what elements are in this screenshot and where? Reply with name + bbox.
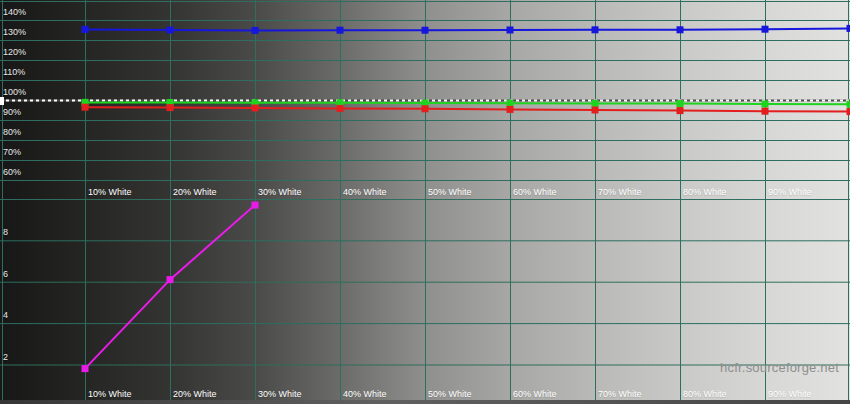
series-red-line [85,107,850,111]
x-tick-label: 40% White [343,389,387,400]
series-green-line [85,102,850,104]
series-red-marker [847,108,850,115]
x-tick-label: 20% White [173,187,217,198]
y-tick-label: 110% [3,67,25,78]
x-tick-label: 40% White [343,187,387,198]
series-green-marker [592,100,599,107]
y-tick-label: 90% [3,107,21,118]
series-blue-marker [167,27,174,34]
series-green-marker [762,101,769,108]
series-red-marker [167,104,174,111]
series-red-marker [422,105,429,112]
series-red-marker [507,106,514,113]
x-tick-label: 80% White [683,389,727,400]
series-magenta-marker [252,202,259,209]
y-tick-label: 6 [3,269,8,280]
x-tick-label: 90% White [768,389,812,400]
series-blue-marker [847,25,850,32]
series-blue-marker [252,27,259,34]
y-tick-label: 140% [3,7,26,18]
x-tick-label: 60% White [513,389,557,400]
x-tick-label: 60% White [513,187,557,198]
x-tick-label: 10% White [88,389,132,400]
gridlines [0,0,850,401]
x-tick-label: 10% White [88,187,132,198]
series-blue-marker [82,26,89,33]
x-tick-label: 70% White [598,187,642,198]
watermark: hcfr.sourceforge.net [720,361,839,375]
y-tick-label: 80% [3,127,21,138]
series-blue-marker [592,26,599,33]
x-tick-label: 20% White [173,389,217,400]
plot-canvas [0,0,850,404]
series-red [82,104,850,115]
series-green-marker [847,101,850,108]
y-tick-label: 2 [3,352,8,363]
series-red-marker [592,107,599,114]
y-tick-label: 130% [3,27,26,38]
series-blue-marker [762,26,769,33]
series-blue-marker [422,27,429,34]
x-tick-label: 80% White [683,187,727,198]
series-blue-marker [677,26,684,33]
series-magenta-marker [82,365,89,372]
x-tick-label: 90% White [768,187,812,198]
series-green-marker [507,100,514,107]
y-tick-label: 4 [3,310,8,321]
x-tick-label: 70% White [598,389,642,400]
x-tick-label: 50% White [428,389,472,400]
series-blue-marker [337,27,344,34]
series-red-marker [762,108,769,115]
x-tick-label: 30% White [258,389,302,400]
series-magenta-marker [167,276,174,283]
hcfr-rgb-levels-chart: 140%130%120%110%100%90%80%70%60%864210% … [0,0,850,404]
series-red-marker [82,104,89,111]
ref-100-edge-marker [0,97,4,105]
window-bottom-edge [0,400,850,404]
series-red-marker [252,105,259,112]
series-blue-line [85,28,850,30]
y-tick-label: 120% [3,47,26,58]
y-tick-label: 70% [3,147,21,158]
y-tick-label: 8 [3,227,8,238]
x-tick-label: 50% White [428,187,472,198]
y-tick-label: 100% [3,87,26,98]
series-red-marker [677,107,684,114]
series-blue [82,25,850,34]
series-green-marker [677,100,684,107]
x-tick-label: 30% White [258,187,302,198]
series-red-marker [337,105,344,112]
series-blue-marker [507,27,514,34]
y-tick-label: 60% [3,167,21,178]
